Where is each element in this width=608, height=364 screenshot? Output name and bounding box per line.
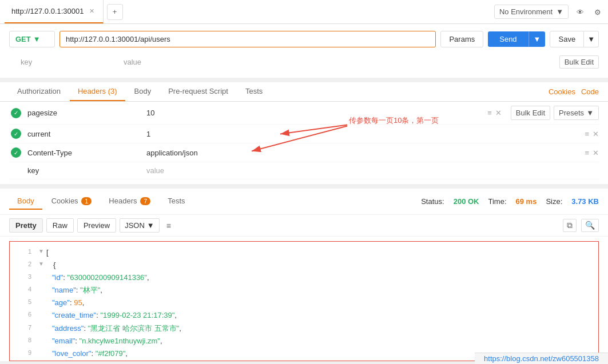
headers-table: ✓ pagesize 10 ≡ ✕ Bulk Edit Presets ▼ ✓ — [0, 102, 608, 184]
header-check-content-type[interactable]: ✓ — [9, 147, 23, 158]
json-line-7: 7 "address": "黑龙江省 哈尔滨市 五常市", — [10, 322, 598, 335]
save-button[interactable]: Save — [550, 31, 584, 47]
json-line-8: 8 "email": "n.khcylwe1nthuywji.zm", — [10, 335, 598, 347]
format-filter-icon[interactable]: ≡ — [163, 220, 174, 231]
cookies-badge: 1 — [81, 197, 92, 205]
format-preview-button[interactable]: Preview — [77, 218, 116, 233]
cookies-link[interactable]: Cookies — [549, 87, 575, 96]
tab-close-icon[interactable]: ✕ — [88, 7, 96, 15]
resp-tab-body[interactable]: Body — [9, 193, 42, 210]
response-tabs: Body Cookies 1 Headers 7 Tests Status: 2… — [0, 189, 608, 215]
status-value: 200 OK — [454, 197, 479, 206]
params-key-value-row: key value Bulk Edit — [9, 53, 599, 71]
format-right-icons: ⧉ 🔍 — [563, 219, 599, 232]
time-label: Time: — [488, 197, 506, 206]
json-output[interactable]: 1 ▼ [ 2 ▼ { 3 "id": "630000200909141336"… — [9, 241, 599, 361]
size-label: Size: — [546, 197, 562, 206]
tab-label: http://127.0.0.1:30001 — [11, 7, 84, 15]
time-value: 69 ms — [516, 197, 537, 206]
headers-section: ✓ pagesize 10 ≡ ✕ Bulk Edit Presets ▼ ✓ — [0, 102, 608, 184]
presets-button[interactable]: Presets ▼ — [554, 106, 599, 120]
resp-tab-headers[interactable]: Headers 7 — [101, 193, 158, 210]
tab-authorization[interactable]: Authorization — [9, 82, 69, 101]
headers-badge: 7 — [140, 197, 150, 205]
tab-headers[interactable]: Headers (3) — [70, 82, 125, 101]
check-icon-content-type: ✓ — [11, 147, 21, 158]
header-key-empty[interactable]: key — [27, 166, 142, 175]
header-key-current[interactable]: current — [27, 130, 142, 138]
header-value-empty[interactable]: value — [146, 166, 599, 175]
header-actions-content-type: ≡ ✕ — [585, 149, 599, 157]
response-area: Body Cookies 1 Headers 7 Tests Status: 2… — [0, 189, 608, 361]
chevron-down-icon: ▼ — [556, 7, 563, 16]
menu-icon-pagesize[interactable]: ≡ — [487, 109, 492, 117]
bottom-status-bar: https://blog.csdn.net/zw605501358 — [475, 353, 608, 364]
menu-icon-current[interactable]: ≡ — [585, 130, 589, 138]
gear-icon-button[interactable]: ⚙ — [592, 5, 603, 19]
presets-chevron-icon: ▼ — [586, 109, 594, 117]
method-chevron-icon: ▼ — [33, 35, 41, 43]
json-line-3: 3 "id": "630000200909141336", — [10, 271, 598, 284]
top-right-controls: No Environment ▼ 👁 ⚙ — [494, 5, 603, 19]
header-value-pagesize[interactable]: 10 — [146, 109, 483, 117]
url-input[interactable] — [59, 31, 436, 47]
header-actions-current: ≡ ✕ — [585, 130, 599, 138]
header-row-empty: key value — [9, 162, 599, 179]
status-label: Status: — [421, 197, 444, 206]
header-row-current: ✓ current 1 ≡ ✕ — [9, 125, 599, 143]
tab-right-links: Cookies Code — [549, 87, 599, 96]
header-row-pagesize: ✓ pagesize 10 ≡ ✕ Bulk Edit Presets ▼ — [9, 102, 599, 125]
menu-icon-content-type[interactable]: ≡ — [585, 149, 589, 157]
resp-tab-cookies[interactable]: Cookies 1 — [43, 193, 100, 210]
copy-icon[interactable]: ⧉ — [563, 219, 577, 232]
format-type-chevron-icon: ▼ — [147, 221, 154, 230]
code-link[interactable]: Code — [581, 87, 599, 96]
header-check-current[interactable]: ✓ — [9, 129, 23, 139]
format-pretty-button[interactable]: Pretty — [9, 218, 43, 233]
check-icon-current: ✓ — [11, 129, 21, 139]
tab-tests[interactable]: Tests — [237, 82, 271, 101]
header-value-content-type[interactable]: application/json — [146, 149, 580, 157]
bulk-edit-button[interactable]: Bulk Edit — [559, 55, 599, 69]
size-value: 3.73 KB — [571, 197, 599, 206]
header-row-content-type: ✓ Content-Type application/json ≡ ✕ — [9, 143, 599, 162]
header-value-current[interactable]: 1 — [146, 130, 580, 138]
params-button[interactable]: Params — [440, 31, 483, 47]
method-selector[interactable]: GET ▼ — [9, 31, 55, 47]
request-area: GET ▼ Params Send ▼ Save ▼ key value Bul… — [0, 24, 608, 82]
json-line-5: 5 "age": 95, — [10, 297, 598, 309]
format-bar: Pretty Raw Preview JSON ▼ ≡ ⧉ 🔍 — [0, 215, 608, 237]
url-bar: GET ▼ Params Send ▼ Save ▼ — [9, 31, 599, 47]
delete-icon-content-type[interactable]: ✕ — [593, 149, 599, 157]
tab-area: http://127.0.0.1:30001 ✕ + — [5, 0, 123, 23]
json-line-2: 2 ▼ { — [10, 259, 598, 271]
section-divider — [0, 184, 608, 189]
delete-icon-current[interactable]: ✕ — [593, 130, 599, 138]
format-type-dropdown[interactable]: JSON ▼ — [120, 218, 160, 233]
bulk-edit-right-button[interactable]: Bulk Edit — [511, 106, 550, 120]
format-type-label: JSON — [125, 221, 145, 230]
active-tab[interactable]: http://127.0.0.1:30001 ✕ — [5, 0, 104, 23]
tab-body[interactable]: Body — [126, 82, 160, 101]
save-dropdown-button[interactable]: ▼ — [584, 31, 599, 47]
tab-pre-request-script[interactable]: Pre-request Script — [160, 82, 236, 101]
bulk-edit-right: Bulk Edit Presets ▼ — [511, 106, 599, 120]
bottom-url[interactable]: https://blog.csdn.net/zw605501358 — [484, 354, 599, 363]
params-value-placeholder: value — [124, 58, 559, 66]
resp-tab-tests[interactable]: Tests — [160, 193, 193, 210]
delete-icon-pagesize[interactable]: ✕ — [495, 109, 502, 117]
header-check-pagesize[interactable]: ✓ — [9, 108, 23, 118]
send-button[interactable]: Send — [488, 31, 528, 47]
eye-icon-button[interactable]: 👁 — [574, 5, 586, 19]
add-tab-button[interactable]: + — [107, 4, 123, 20]
top-bar: http://127.0.0.1:30001 ✕ + No Environmen… — [0, 0, 608, 24]
format-raw-button[interactable]: Raw — [46, 218, 74, 233]
add-tab-icon: + — [113, 7, 117, 16]
header-key-pagesize[interactable]: pagesize — [27, 109, 142, 117]
json-line-1: 1 ▼ [ — [10, 246, 598, 259]
params-key-placeholder: key — [9, 58, 124, 66]
header-key-content-type[interactable]: Content-Type — [27, 149, 142, 157]
environment-selector[interactable]: No Environment ▼ — [494, 5, 569, 19]
search-icon[interactable]: 🔍 — [581, 219, 599, 232]
send-dropdown-button[interactable]: ▼ — [528, 31, 546, 47]
